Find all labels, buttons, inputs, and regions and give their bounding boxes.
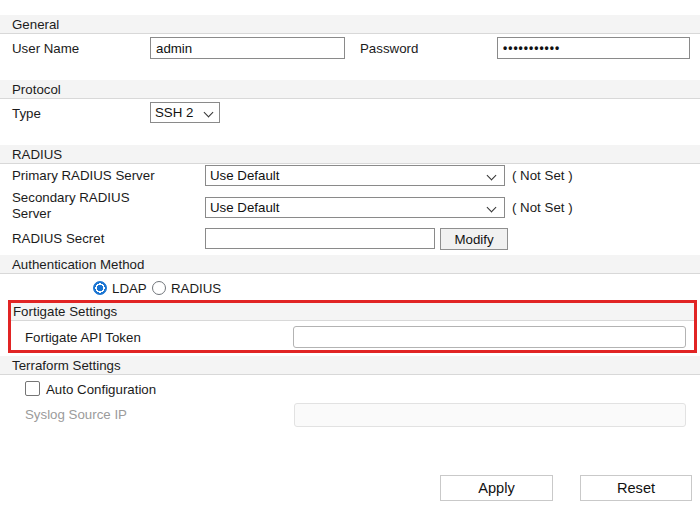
section-header-auth-method: Authentication Method [0,255,700,274]
password-input[interactable] [497,37,690,59]
radius-radio[interactable] [152,281,166,295]
secondary-radius-label: Secondary RADIUS Server [12,190,162,221]
user-name-label: User Name [12,41,79,56]
fortigate-api-token-label: Fortigate API Token [25,330,141,345]
radius-secret-input[interactable] [205,228,435,249]
section-title-radius: RADIUS [12,147,62,162]
section-header-general: General [0,15,700,34]
radius-radio-label: RADIUS [171,281,221,296]
section-header-fortigate: Fortigate Settings [11,303,694,321]
section-title-terraform: Terraform Settings [12,358,121,373]
modify-button[interactable]: Modify [440,228,508,250]
secondary-radius-select[interactable]: Use Default [205,197,505,218]
settings-page: General User Name Password Protocol Type… [0,0,700,518]
section-title-protocol: Protocol [12,82,61,97]
reset-button[interactable]: Reset [580,475,692,501]
section-header-protocol: Protocol [0,80,700,99]
type-label: Type [12,106,41,121]
protocol-type-select[interactable]: SSH 2 [150,102,220,123]
ldap-radio[interactable] [93,281,107,295]
section-title-general: General [12,17,59,32]
auto-configuration-checkbox[interactable] [25,381,40,396]
section-title-fortigate: Fortigate Settings [13,304,117,319]
syslog-source-ip-label: Syslog Source IP [25,407,127,422]
section-header-radius: RADIUS [0,145,700,164]
section-title-auth-method: Authentication Method [12,257,144,272]
password-label: Password [360,41,418,56]
ldap-radio-label: LDAP [112,281,147,296]
apply-button[interactable]: Apply [440,475,553,501]
fortigate-api-token-input[interactable] [293,326,686,348]
primary-radius-select[interactable]: Use Default [205,165,505,186]
syslog-source-ip-input [294,403,686,427]
primary-radius-label: Primary RADIUS Server [12,168,155,183]
auto-configuration-label: Auto Configuration [46,382,156,397]
secondary-radius-status: ( Not Set ) [512,200,573,215]
radius-secret-label: RADIUS Secret [12,231,104,246]
user-name-input[interactable] [150,37,345,59]
primary-radius-status: ( Not Set ) [512,168,573,183]
section-header-terraform: Terraform Settings [0,356,700,375]
